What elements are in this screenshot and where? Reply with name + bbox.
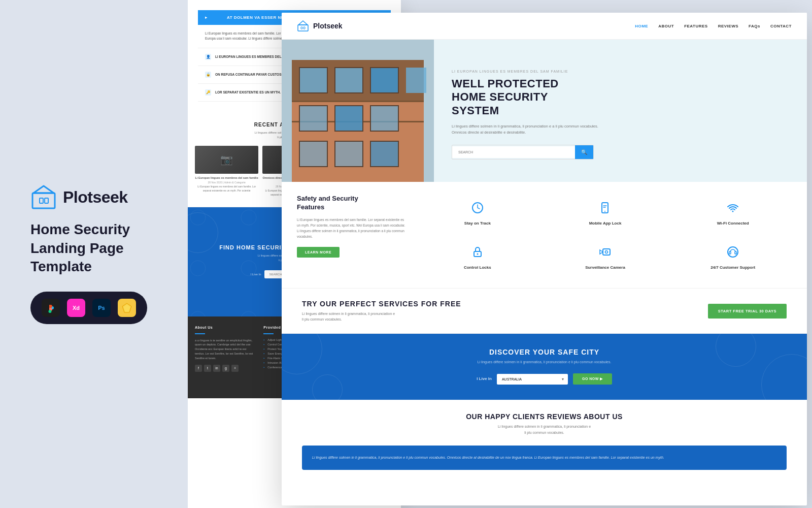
svg-rect-9 (298, 25, 308, 31)
svg-rect-18 (299, 68, 327, 93)
faq-icon-key: 🔑 (205, 89, 211, 96)
svg-point-44 (605, 251, 608, 253)
customer-support-icon (724, 243, 742, 261)
svg-point-42 (477, 253, 478, 255)
social-twitter[interactable]: t (204, 365, 211, 372)
article-card: 📷 Li Europan lingues es membres del sam … (195, 146, 258, 197)
nav-link-features[interactable]: FEATURES (684, 24, 708, 28)
features-section: Safety and SecurityFeatures Li Europan l… (282, 182, 807, 289)
features-grid: Stay on Track Mobile App Lock Wi-Fi Conn… (419, 195, 792, 275)
social-facebook[interactable]: f (195, 365, 202, 372)
svg-rect-19 (335, 68, 363, 93)
discover-section: DISCOVER YOUR SAFE CITY Li lingues diffe… (282, 334, 807, 400)
nav-logo-text: Plotseek (313, 22, 343, 30)
footer-social: f t in g + (195, 365, 256, 372)
left-panel: Plotseek Home SecurityLanding PageTempla… (0, 0, 188, 508)
svg-rect-46 (729, 251, 731, 254)
nav-link-contact[interactable]: CONTACT (770, 24, 792, 28)
footer-about: About Us a ur lingues is te sentfire un … (195, 326, 256, 389)
site-nav: Plotseek HOME ABOUT FEATURES REVIEWS FAQ… (282, 13, 807, 40)
reviews-title: OUR HAPPY CLIENTS REVIEWS ABOUT US (302, 412, 787, 421)
article-desc: Li Europan lingues es membres del sam fa… (195, 185, 258, 193)
feature-name: Control Locks (423, 265, 532, 270)
xd-icon: Xd (67, 299, 85, 317)
social-plus[interactable]: + (231, 365, 239, 372)
stay-on-track-icon (468, 199, 487, 217)
surveillance-camera-icon (596, 243, 614, 261)
feature-name: Mobile App Lock (551, 221, 660, 226)
footer-about-title: About Us (195, 326, 256, 329)
discover-subtitle: Li lingues differe solmen in li grammati… (302, 359, 787, 365)
try-free-section: TRY OUR PERFECT SERVICES FOR FREE Li lin… (282, 289, 807, 334)
social-linkedin[interactable]: in (213, 365, 220, 372)
feature-name: 24/7 Customer Support (678, 265, 788, 270)
footer-about-text: a ur lingues is te sentfire un emplicitu… (195, 338, 256, 361)
nav-link-reviews[interactable]: REVIEWS (718, 24, 738, 28)
hero-search-button[interactable]: 🔍 (575, 145, 593, 159)
svg-rect-16 (292, 101, 424, 102)
nav-link-about[interactable]: ABOUT (658, 24, 674, 28)
try-free-title: TRY OUR PERFECT SERVICES FOR FREE (302, 300, 708, 308)
article-image-cameras: 📷 (195, 146, 258, 174)
feature-name: Surveillance Camera (551, 265, 660, 270)
feature-name: Wi-Fi Connected (678, 221, 788, 226)
feature-item-stay-on-track: Stay on Track (419, 195, 536, 231)
nav-link-home[interactable]: HOME (635, 24, 648, 28)
ps-icon: Ps (92, 299, 111, 317)
features-title: Safety and SecurityFeatures (297, 195, 409, 212)
wifi-icon (724, 199, 742, 217)
figma-icon (42, 299, 60, 317)
tools-badge: Xd Ps (30, 292, 147, 324)
svg-rect-33 (370, 141, 398, 167)
faq-icon-user: 👤 (205, 54, 211, 60)
nav-logo-icon (297, 20, 309, 32)
learn-more-button[interactable]: LEARN MORE (297, 247, 340, 258)
discover-title: DISCOVER YOUR SAFE CITY (302, 348, 787, 356)
discover-go-now-button[interactable]: GO NOW ▶ (573, 373, 612, 385)
svg-rect-5 (49, 305, 51, 308)
svg-marker-10 (298, 21, 308, 25)
svg-rect-32 (335, 141, 363, 167)
feature-item-surveillance: Surveillance Camera (547, 239, 664, 275)
nav-logo: Plotseek (297, 20, 343, 32)
discover-label: I Live In (477, 376, 492, 381)
sketch-icon (118, 299, 136, 317)
svg-rect-11 (301, 27, 302, 29)
discover-country-select[interactable]: AUSTRALIA USA UK CANADA (497, 374, 568, 385)
features-left: Safety and SecurityFeatures Li Europan l… (297, 195, 409, 275)
review-card: Li lingues differe solmen in li grammati… (302, 446, 787, 470)
svg-rect-20 (370, 68, 398, 93)
hero-building-image (282, 40, 434, 182)
social-google[interactable]: g (222, 365, 229, 372)
faq-icon-lock: 🔒 (205, 72, 211, 78)
reviews-subtitle: Li lingues differe solmen in li grammati… (302, 424, 787, 435)
svg-rect-31 (299, 141, 327, 167)
article-title: Li Europan lingues es membres del sam fa… (195, 176, 258, 180)
svg-rect-43 (603, 249, 610, 255)
hero-desc: Li lingues differe solmen in li grammati… (452, 123, 614, 136)
hero-search: 🔍 (452, 145, 594, 160)
svg-rect-25 (299, 106, 327, 131)
main-area: AT DOLMEN VA ESSER NECESSU FAB UNIFORM G… (188, 0, 812, 508)
discover-form: I Live In AUSTRALIA USA UK CANADA GO NOW… (302, 373, 787, 385)
nav-link-faqs[interactable]: FAQs (749, 24, 760, 28)
hero-search-input[interactable] (452, 146, 575, 158)
svg-rect-12 (303, 27, 305, 29)
article-date: 28 Nov 2020 | Admin & Categorie (195, 181, 258, 184)
tagline: Home SecurityLanding PageTemplate (30, 220, 188, 276)
logo-text: Plotseek (63, 188, 128, 207)
reviews-section: OUR HAPPY CLIENTS REVIEWS ABOUT US Li li… (282, 400, 807, 482)
hero-sublabel: LI EUROPAN LINGUES ES MEMBRES DEL SAM FA… (452, 70, 789, 73)
try-free-subtitle: Li lingues differe solmen in li grammati… (302, 311, 708, 322)
hero-content: LI EUROPAN LINGUES ES MEMBRES DEL SAM FA… (434, 40, 807, 182)
review-text: Li lingues differe solmen in li grammati… (312, 455, 776, 461)
screenshot-right: Plotseek HOME ABOUT FEATURES REVIEWS FAQ… (282, 13, 807, 505)
svg-point-6 (49, 310, 52, 313)
svg-point-40 (732, 211, 734, 212)
start-free-trial-button[interactable]: START FREE TRIAL 30 DAYS (708, 304, 787, 319)
features-desc: Li Europan lingues es membres del sam fa… (297, 217, 409, 239)
hero-title: WELL PROTECTEDHOME SECURITYSYSTEM (452, 77, 789, 117)
svg-rect-21 (406, 68, 426, 93)
plotseek-logo-icon (30, 184, 57, 210)
svg-rect-26 (335, 106, 363, 131)
